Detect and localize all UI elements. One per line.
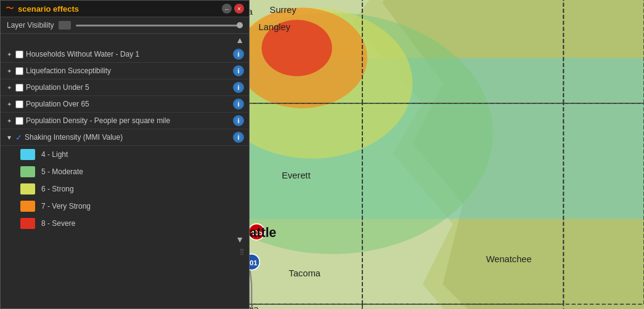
layers-scroll-area[interactable]: ▲ ✦ Households Without Water - Day 1 i ✦… [1,34,249,274]
layer-visibility-label: Layer Visibility [7,21,54,30]
minimize-button[interactable]: – [222,4,232,14]
panel-title-area: 〜 scenario effects [6,3,79,14]
layer-row-pop-under5: ✦ Population Under 5 i [1,79,249,96]
info-btn-pop-density[interactable]: i [233,115,244,126]
close-button[interactable]: × [234,4,244,14]
legend-label-severe: 8 - Severe [41,219,75,228]
legend-item-strong: 6 - Strong [1,180,249,198]
scroll-down-arrow[interactable]: ▼ [235,235,244,244]
layer-row-liquefaction: ✦ Liquefaction Susceptibility i [1,63,249,79]
layer-visibility-slider[interactable] [76,25,243,26]
panel-header: 〜 scenario effects – × [1,1,249,17]
expand-icon-shaking[interactable]: ▼ [6,134,13,141]
info-btn-pop-over65[interactable]: i [233,98,244,110]
waveform-icon: 〜 [6,3,14,14]
shaking-label: Shaking Intensity (MMI Value) [25,133,230,142]
legend-item-severe: 8 - Severe [1,215,249,232]
svg-text:Wenatchee: Wenatchee [486,254,532,264]
panel: 〜 scenario effects – × Layer Visibility … [0,0,250,309]
expand-icon-households[interactable]: ✦ [6,50,13,58]
layer-visibility-icon [59,21,71,30]
svg-text:Everett: Everett [282,171,311,180]
legend-label-light: 4 - Light [41,150,68,159]
resize-handle[interactable]: ⣿ [240,248,244,255]
legend-color-light [20,149,35,160]
legend-item-very-strong: 7 - Very Strong [1,198,249,215]
slider-thumb [237,22,243,28]
info-btn-households[interactable]: i [233,49,244,60]
legend-label-very-strong: 7 - Very Strong [41,202,91,211]
layer-row-pop-over65: ✦ Population Over 65 i [1,96,249,113]
expand-icon-liquefaction[interactable]: ✦ [6,67,13,74]
svg-text:Langley: Langley [259,22,291,32]
shaking-checkmark: ✓ [15,133,22,142]
legend-color-moderate [20,166,35,177]
info-btn-liquefaction[interactable]: i [233,65,244,76]
checkbox-pop-under5[interactable] [15,84,23,92]
layer-visibility-row: Layer Visibility [1,17,249,34]
legend-color-severe [20,218,35,229]
checkbox-pop-density[interactable] [15,117,23,125]
legend-label-moderate: 5 - Moderate [41,167,83,176]
legend-color-very-strong [20,201,35,212]
panel-controls: – × [222,4,244,14]
layer-name-liquefaction: Liquefaction Susceptibility [26,66,230,75]
expand-icon-pop-density[interactable]: ✦ [6,117,13,124]
expand-icon-pop-under5[interactable]: ✦ [6,84,13,91]
layer-row-households: ✦ Households Without Water - Day 1 i [1,46,249,63]
svg-text:Surrey: Surrey [270,5,297,15]
shaking-intensity-row: ▼ ✓ Shaking Intensity (MMI Value) i [1,129,249,146]
legend-item-light: 4 - Light [1,146,249,163]
checkbox-liquefaction[interactable] [15,67,23,75]
legend-label-strong: 6 - Strong [41,185,74,193]
legend-item-moderate: 5 - Moderate [1,163,249,180]
info-btn-shaking[interactable]: i [233,132,244,143]
scroll-up-arrow[interactable]: ▲ [235,35,244,45]
checkbox-households[interactable] [15,50,23,58]
legend-color-strong [20,183,35,195]
layer-row-pop-density: ✦ Population Density - People per square… [1,113,249,129]
layer-name-pop-under5: Population Under 5 [26,83,230,92]
info-btn-pop-under5[interactable]: i [233,82,244,93]
checkbox-pop-over65[interactable] [15,100,23,108]
layer-name-households: Households Without Water - Day 1 [26,50,230,58]
expand-icon-pop-over65[interactable]: ✦ [6,100,13,108]
svg-text:Tacoma: Tacoma [289,268,321,278]
panel-title: scenario effects [18,4,79,14]
layer-name-pop-over65: Population Over 65 [26,100,230,108]
layer-name-pop-density: Population Density - People per square m… [26,116,230,125]
